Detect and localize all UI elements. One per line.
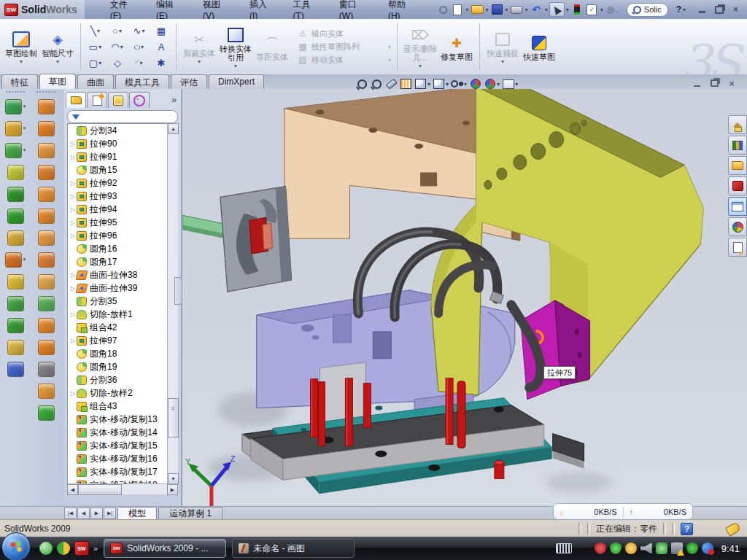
slot-tool-icon[interactable]: ▢▾ [85,55,106,70]
base-plates[interactable] [242,398,584,494]
expand-arrow-icon[interactable]: ▷ [69,311,77,318]
print-button[interactable] [510,3,524,16]
ribbon-tab-模具工具[interactable]: 模具工具 [115,74,169,89]
tab-featuremanager[interactable] [66,92,86,108]
mold-tool-icon[interactable]: ▾ [5,117,26,139]
taskpane-design-library-button[interactable] [728,136,747,155]
mold-tool-icon[interactable] [38,271,55,292]
mold-tool-icon[interactable] [7,292,24,314]
tree-item-拉伸90[interactable]: ▷拉伸90 [68,137,177,150]
scroll-down-button[interactable]: ▼ [168,473,179,484]
tab-model[interactable]: 模型 [117,507,157,520]
expand-arrow-icon[interactable]: ▷ [69,219,77,226]
help-button[interactable]: ? [676,4,681,15]
mold-tool-icon[interactable] [38,183,55,205]
last-tab-button[interactable]: ▶| [104,508,116,519]
graphics-viewport[interactable]: Y Z X 拉伸75 [182,89,747,506]
mold-tool-icon[interactable] [38,161,55,183]
tree-item-切除-放样2[interactable]: ▷切除-放样2 [68,386,177,400]
convert-entities-button[interactable]: 转换实体引用 ▾ [217,24,254,69]
tree-item-拉伸93[interactable]: ▷拉伸93 [68,190,177,203]
spline-tool-icon[interactable]: ∿▾ [129,23,150,38]
firewall-tray-icon[interactable] [610,542,622,554]
quicklaunch-chevron[interactable]: » [93,544,98,553]
doc-minimize-button[interactable] [692,79,702,88]
downloader-tray-icon[interactable] [702,542,713,554]
tree-item-拉伸95[interactable]: ▷拉伸95 [68,216,177,229]
search-input[interactable]: Solic [644,5,662,14]
next-tab-button[interactable]: ▶ [90,508,103,519]
options-button[interactable] [585,3,599,16]
feature-filter-box[interactable] [67,110,178,123]
save-button[interactable] [490,3,504,16]
mold-tool-icon[interactable] [38,205,55,227]
tree-item-分割35[interactable]: 分割35 [68,295,177,308]
ribbon-tab-草图[interactable]: 草图 [39,74,76,90]
mold-tool-icon[interactable] [7,205,24,227]
taskpane-custom-properties-button[interactable] [728,238,747,257]
mold-tool-icon[interactable] [7,336,24,358]
status-help-icon[interactable]: ? [681,523,693,535]
move-entities-button[interactable]: ▧ 移动实体 ▾ [298,55,391,66]
mold-tool-icon[interactable] [38,336,55,358]
mold-tool-icon[interactable] [7,271,24,292]
tab-motion-study[interactable]: 运动算例 1 [158,507,222,520]
mold-tool-icon[interactable] [7,358,24,380]
ribbon-tab-特征[interactable]: 特征 [1,74,38,89]
messenger-quicklaunch-icon[interactable] [39,542,53,555]
expand-arrow-icon[interactable]: ▷ [69,338,77,344]
circle-tool-icon[interactable]: ○▾ [107,23,128,38]
tree-item-拉伸92[interactable]: ▷拉伸92 [68,176,177,190]
mold-tool-icon[interactable]: ▾ [5,139,26,161]
rectangle-tool-icon[interactable]: ▭▾ [85,39,106,54]
ribbon-tab-曲面[interactable]: 曲面 [77,74,114,89]
panel-splitter-handle[interactable] [174,277,182,305]
mold-tool-icon[interactable] [38,358,55,380]
mold-tool-icon[interactable] [38,249,55,271]
taskbar-button-solidworks[interactable]: SW SolidWorks 2009 - ... [104,539,226,558]
mold-tool-icon[interactable] [7,161,24,183]
restore-button[interactable] [713,5,724,15]
view-orientation-button[interactable]: ▾ [433,78,449,90]
search-box[interactable]: Solic [627,3,668,17]
mold-tool-icon[interactable] [38,117,55,139]
mold-tool-icon[interactable] [38,380,55,402]
select-button[interactable] [549,2,565,17]
scroll-left-button[interactable]: ◀ [67,484,78,495]
pin-icon[interactable] [436,3,450,16]
tree-item-拉伸94[interactable]: ▷拉伸94 [68,203,177,216]
zoom-fit-button[interactable] [356,78,368,90]
tree-item-实体-移动/复制14[interactable]: 实体-移动/复制14 [68,426,177,439]
tree-item-圆角19[interactable]: 圆角19 [68,360,177,373]
solidworks-quicklaunch-icon[interactable]: SW [74,541,89,556]
tree-item-组合42[interactable]: 组合42 [68,321,177,334]
scroll-right-button[interactable]: ▶ [167,484,178,495]
taskpane-file-explorer-button[interactable] [728,156,747,175]
doc-restore-button[interactable] [709,79,719,88]
display-style-button[interactable]: ▾ [414,78,430,90]
model-3d[interactable]: Y Z X [182,89,747,506]
close-button[interactable]: × [730,5,741,15]
taskpane-view-palette-button[interactable] [728,197,747,216]
mold-tool-icon[interactable] [38,292,55,314]
taskbar-button-paint[interactable]: 未命名 - 画图 [232,539,355,558]
trim-entities-button[interactable]: ✂ 剪裁实体 ▾ [181,28,217,65]
tree-item-曲面-拉伸38[interactable]: ▷曲面-拉伸38 [68,268,177,281]
rapid-sketch-button[interactable]: 快速草图 [521,32,557,61]
expand-arrow-icon[interactable]: ▷ [69,180,77,187]
undo-button[interactable]: ↶ [530,3,543,16]
rebuild-traffic-light-icon[interactable] [570,3,584,16]
sketch-button[interactable]: 草图绘制 ▾ [3,28,39,65]
mold-tool-icon[interactable] [7,227,24,249]
minimize-button[interactable] [697,5,708,15]
open-button[interactable] [471,3,484,16]
first-tab-button[interactable]: |◀ [64,508,77,519]
mold-tool-icon[interactable] [38,227,55,249]
volume-tray-icon[interactable] [640,542,652,554]
ribbon-tab-DimXpert[interactable]: DimXpert [209,74,264,89]
mold-tool-icon[interactable] [7,314,24,336]
network-warning-tray-icon[interactable] [671,542,683,554]
quick-snaps-button[interactable]: 快速捕捉 ▾ [484,28,521,65]
keyboard-layout-icon[interactable] [556,543,572,553]
zoom-area-button[interactable] [371,78,383,90]
